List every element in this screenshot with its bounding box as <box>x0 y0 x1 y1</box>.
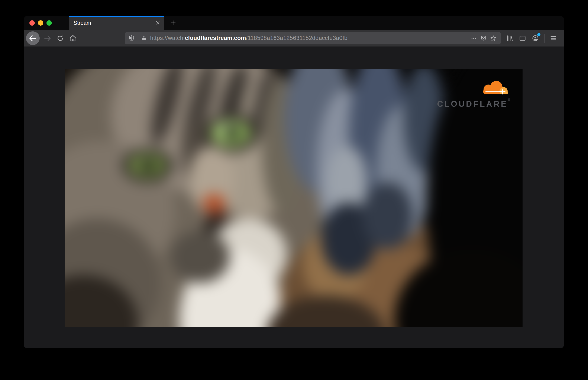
page-content: CLOUDFLARE® <box>24 47 564 348</box>
cloudflare-brand-text: CLOUDFLARE® <box>437 98 510 109</box>
new-tab-button[interactable] <box>168 18 178 28</box>
close-window-button[interactable] <box>29 20 35 26</box>
library-button[interactable] <box>504 33 515 44</box>
pocket-icon <box>480 35 487 41</box>
hamburger-menu-icon <box>550 35 557 42</box>
brand-text: CLOUDFLARE <box>437 99 508 109</box>
navigation-toolbar: https://watch.cloudflarestream.com/11859… <box>24 30 564 47</box>
notification-dot <box>537 33 540 36</box>
tracking-protection-shield-icon[interactable] <box>128 35 135 41</box>
ellipsis-icon <box>471 35 477 41</box>
reload-button[interactable] <box>54 32 66 44</box>
tab-stream[interactable]: Stream <box>69 16 164 30</box>
forward-arrow-icon <box>43 34 51 42</box>
toolbar-separator <box>544 34 545 43</box>
close-icon <box>156 20 160 25</box>
star-icon <box>490 35 497 41</box>
video-blur-blob <box>363 182 413 249</box>
video-blur-blob <box>170 231 230 283</box>
bookmark-star-button[interactable] <box>488 33 498 43</box>
reload-icon <box>57 35 64 42</box>
back-arrow-icon <box>29 34 37 42</box>
urlbar-separator <box>138 34 138 42</box>
library-icon <box>506 35 513 42</box>
cloudflare-cloud-icon <box>477 79 509 96</box>
url-path: /118598a163a125631152ddaccfe3a0fb <box>246 35 347 41</box>
sidebar-icon <box>519 35 526 42</box>
lock-icon[interactable] <box>141 35 147 41</box>
video-blur-blob <box>141 158 154 173</box>
url-domain: cloudflarestream.com <box>185 35 246 41</box>
close-tab-button[interactable] <box>154 19 161 26</box>
zoom-window-button[interactable] <box>47 20 52 26</box>
brand-registered-mark: ® <box>508 98 510 101</box>
back-button[interactable] <box>26 31 40 45</box>
traffic-lights <box>29 16 52 30</box>
home-button[interactable] <box>67 32 79 44</box>
home-icon <box>69 35 77 42</box>
browser-window: Stream <box>24 16 564 348</box>
account-button[interactable] <box>530 33 541 44</box>
url-text: https://watch.cloudflarestream.com/11859… <box>150 35 469 41</box>
menu-button[interactable] <box>548 33 559 44</box>
url-bar[interactable]: https://watch.cloudflarestream.com/11859… <box>125 32 501 44</box>
save-to-pocket-button[interactable] <box>479 33 488 43</box>
tab-title: Stream <box>73 20 91 26</box>
cloudflare-logo: CLOUDFLARE® <box>437 79 510 109</box>
video-blur-blob <box>225 124 238 141</box>
sidebar-button[interactable] <box>517 33 528 44</box>
video-player[interactable]: CLOUDFLARE® <box>65 69 522 327</box>
page-actions-button[interactable] <box>469 33 479 43</box>
new-tab-plus-icon <box>170 20 176 26</box>
forward-button[interactable] <box>41 32 53 44</box>
title-bar: Stream <box>24 16 564 30</box>
url-scheme-subdomain: https://watch. <box>150 35 185 41</box>
minimize-window-button[interactable] <box>38 20 43 26</box>
